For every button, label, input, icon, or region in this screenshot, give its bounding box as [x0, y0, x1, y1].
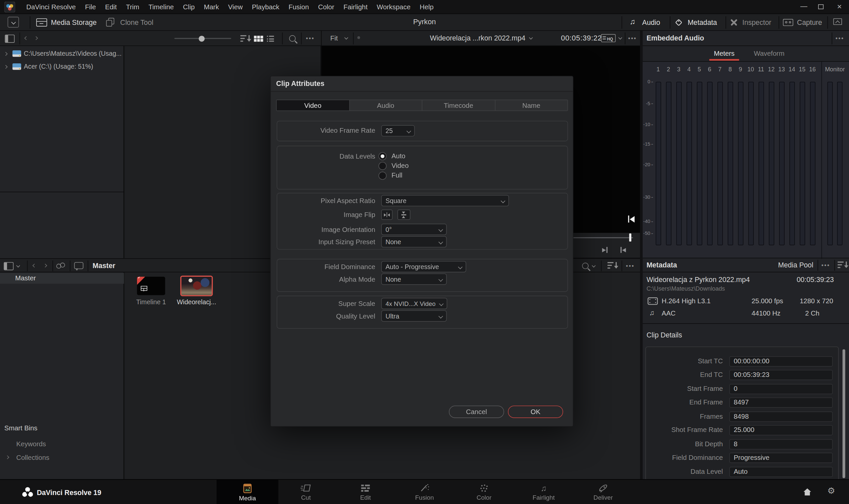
clip-wideorelacja[interactable]	[180, 276, 213, 296]
menu-item-workspace[interactable]: Workspace	[372, 0, 415, 14]
skip-to-start-overlay-icon[interactable]	[628, 216, 635, 223]
menu-item-help[interactable]: Help	[415, 0, 438, 14]
chevron-right-icon[interactable]	[4, 52, 7, 56]
bin-item-master[interactable]: Master	[0, 273, 124, 284]
slider-thumb[interactable]	[199, 36, 205, 41]
viewer-zoom-select[interactable]: Fit	[330, 35, 338, 42]
chevron-down-icon[interactable]	[592, 264, 596, 268]
menu-item-fairlight[interactable]: Fairlight	[339, 0, 372, 14]
page-tab-media[interactable]: Media	[218, 480, 277, 504]
menu-item-timeline[interactable]: Timeline	[144, 0, 179, 14]
inspector-panel-button[interactable]: Inspector	[742, 18, 771, 26]
forward-arrow-icon[interactable]	[34, 36, 38, 40]
viewer-options-icon[interactable]: •••	[628, 35, 637, 42]
toggle-bin-list-icon[interactable]	[4, 262, 13, 270]
radio-video-label[interactable]: Video	[392, 162, 409, 169]
metadata-sort-icon[interactable]	[838, 262, 848, 268]
detail-field[interactable]: 00:00:00:00	[729, 356, 833, 367]
menu-item-color[interactable]: Color	[313, 0, 339, 14]
radio-full[interactable]	[379, 172, 386, 180]
app-logo-icon[interactable]	[4, 2, 15, 13]
horizontal-flip-button[interactable]	[381, 210, 393, 220]
viewer-clip-name-select[interactable]: Wideorelacja ...rkon 2022.mp4	[430, 34, 525, 42]
tab-audio[interactable]: Audio	[349, 100, 422, 110]
detail-field[interactable]: 0	[729, 384, 833, 394]
tree-item-c-drive[interactable]: Acer (C:\) (Usage: 51%)	[0, 61, 124, 73]
options-menu-icon[interactable]: •••	[306, 35, 314, 42]
detail-field[interactable]: 25.000	[729, 425, 833, 435]
relink-media-icon[interactable]	[56, 263, 66, 269]
metadata-source-select[interactable]: Media Pool	[778, 261, 813, 269]
tab-meters[interactable]: Meters	[707, 50, 742, 57]
detail-field[interactable]: 00:05:39:23	[729, 370, 833, 380]
menu-item-davinci-resolve[interactable]: DaVinci Resolve	[22, 0, 80, 14]
menu-item-edit[interactable]: Edit	[101, 0, 122, 14]
tab-timecode[interactable]: Timecode	[422, 100, 495, 110]
search-icon[interactable]	[582, 263, 589, 269]
vertical-flip-button[interactable]	[397, 210, 410, 220]
settings-gear-icon[interactable]: ⚙	[827, 486, 835, 496]
video-frame-rate-dropdown[interactable]: 25	[381, 125, 415, 137]
menu-item-mark[interactable]: Mark	[199, 0, 223, 14]
tab-name[interactable]: Name	[495, 100, 567, 110]
pixel-aspect-ratio-dropdown[interactable]: Square	[381, 195, 509, 206]
menu-item-fusion[interactable]: Fusion	[284, 0, 313, 14]
back-arrow-icon[interactable]	[24, 36, 28, 40]
usage-comment-icon[interactable]	[74, 262, 84, 269]
detail-field[interactable]: Progressive	[729, 453, 833, 463]
capture-panel-button[interactable]: Capture	[797, 18, 822, 26]
menu-item-view[interactable]: View	[223, 0, 248, 14]
menu-item-file[interactable]: File	[80, 0, 101, 14]
super-scale-dropdown[interactable]: 4x NVID...X Video	[381, 298, 447, 309]
page-tab-color[interactable]: Color	[454, 480, 514, 504]
tab-waveform[interactable]: Waveform	[746, 50, 792, 57]
audio-options-icon[interactable]: •••	[835, 35, 844, 42]
panel-splitter[interactable]	[640, 31, 643, 479]
detail-field[interactable]: 8	[729, 439, 833, 450]
audio-panel-button[interactable]: Audio	[642, 18, 660, 26]
cancel-button[interactable]: Cancel	[449, 406, 504, 418]
chevron-down-icon[interactable]	[16, 264, 20, 268]
back-arrow-icon[interactable]	[33, 264, 36, 268]
field-dominance-dropdown[interactable]: Auto - Progressive	[381, 261, 466, 272]
window-maximize-button[interactable]	[818, 4, 824, 9]
image-orientation-dropdown[interactable]: 0°	[381, 223, 447, 235]
tab-video[interactable]: Video	[277, 100, 349, 110]
dialog-title-bar[interactable]: Clip Attributes	[271, 76, 573, 92]
radio-auto[interactable]	[379, 152, 386, 160]
detail-field[interactable]: 8498	[729, 411, 833, 422]
page-tab-cut[interactable]: Cut	[276, 480, 336, 504]
skip-to-end-icon[interactable]	[602, 247, 608, 253]
sort-order-icon[interactable]	[240, 35, 251, 42]
list-view-icon[interactable]	[267, 36, 274, 42]
options-menu-icon[interactable]: •••	[626, 263, 635, 269]
chevron-down-icon[interactable]	[618, 36, 622, 40]
tree-item-videos-drive[interactable]: C:\Users\Mateusz\Videos (Usag...	[0, 48, 124, 60]
radio-auto-label[interactable]: Auto	[392, 152, 405, 160]
page-tab-fusion[interactable]: Fusion	[395, 480, 454, 504]
details-scrollbar[interactable]	[842, 349, 845, 478]
metadata-options-icon[interactable]: •••	[821, 262, 830, 269]
chevron-right-icon[interactable]	[4, 65, 7, 69]
home-icon[interactable]	[803, 488, 812, 496]
input-sizing-dropdown[interactable]: None	[381, 236, 447, 248]
sort-order-icon[interactable]	[608, 262, 618, 269]
presentation-monitor-icon[interactable]	[833, 18, 842, 25]
page-tab-fairlight[interactable]: ♫ Fairlight	[514, 480, 574, 504]
chevron-down-icon[interactable]	[529, 36, 533, 40]
window-minimize-button[interactable]: —	[800, 2, 807, 10]
forward-arrow-icon[interactable]	[43, 264, 48, 268]
smart-bin-collections[interactable]: Collections	[16, 454, 50, 462]
search-icon[interactable]	[289, 35, 295, 42]
metadata-panel-button[interactable]: Metadata	[688, 18, 717, 26]
playback-quality-icon[interactable]: HQ	[601, 34, 616, 42]
toggle-panel-icon[interactable]	[5, 35, 15, 42]
menu-item-playback[interactable]: Playback	[247, 0, 284, 14]
alpha-mode-dropdown[interactable]: None	[381, 273, 447, 285]
page-tab-edit[interactable]: Edit	[336, 480, 396, 504]
ok-button[interactable]: OK	[508, 406, 563, 418]
chevron-right-icon[interactable]	[5, 455, 9, 459]
detail-field[interactable]: 8497	[729, 397, 833, 408]
radio-full-label[interactable]: Full	[392, 172, 402, 179]
skip-to-start-icon[interactable]	[620, 247, 626, 253]
